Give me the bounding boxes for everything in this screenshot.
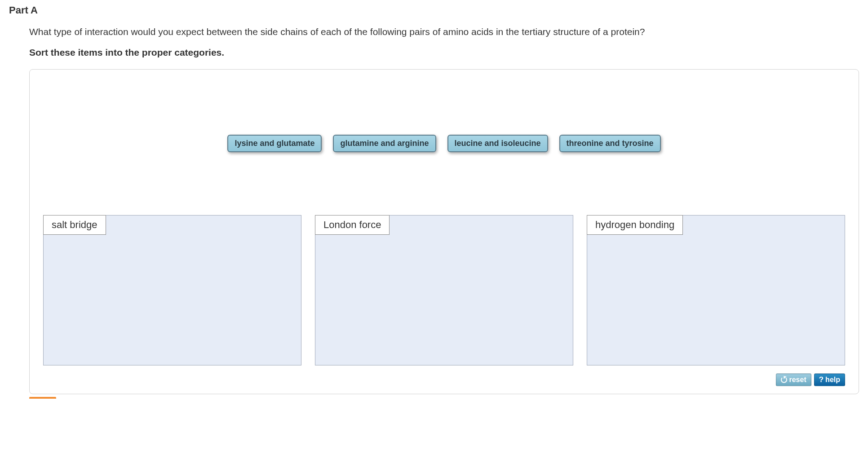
items-pool[interactable]: lysine and glutamate glutamine and argin… — [36, 76, 852, 215]
reset-button-label: reset — [789, 376, 806, 384]
part-header: Part A — [9, 4, 859, 16]
reset-button[interactable]: reset — [776, 374, 811, 386]
category-label: salt bridge — [43, 215, 106, 235]
sort-container: lysine and glutamate glutamine and argin… — [29, 69, 859, 394]
question-area: What type of interaction would you expec… — [9, 25, 859, 394]
categories-row: salt bridge London force hydrogen bondin… — [36, 215, 852, 370]
draggable-item-glutamine-arginine[interactable]: glutamine and arginine — [333, 135, 436, 152]
draggable-item-lysine-glutamate[interactable]: lysine and glutamate — [227, 135, 322, 152]
category-bin-london-force[interactable]: London force — [315, 215, 573, 365]
bottom-accent — [29, 397, 56, 399]
category-bin-hydrogen-bonding[interactable]: hydrogen bonding — [587, 215, 845, 365]
reset-icon — [781, 377, 787, 383]
category-label: hydrogen bonding — [587, 215, 683, 235]
draggable-item-threonine-tyrosine[interactable]: threonine and tyrosine — [559, 135, 661, 152]
help-button[interactable]: ? help — [814, 374, 845, 386]
help-icon: ? — [819, 375, 824, 384]
bottom-buttons: reset ? help — [36, 370, 852, 387]
draggable-item-leucine-isoleucine[interactable]: leucine and isoleucine — [447, 135, 548, 152]
help-button-label: help — [825, 376, 840, 384]
category-bin-salt-bridge[interactable]: salt bridge — [43, 215, 301, 365]
instruction-text: Sort these items into the proper categor… — [29, 47, 859, 58]
category-label: London force — [315, 215, 390, 235]
question-text: What type of interaction would you expec… — [29, 25, 859, 38]
